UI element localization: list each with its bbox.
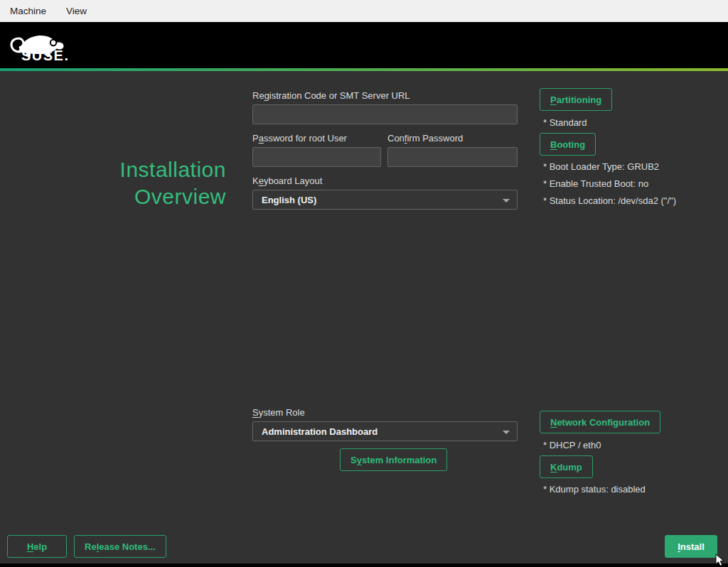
page-title: Installation Overview bbox=[0, 156, 226, 210]
registration-code-label: Registration Code or SMT Server URL bbox=[252, 90, 410, 101]
chevron-down-icon bbox=[503, 199, 510, 202]
menu-view[interactable]: View bbox=[56, 0, 97, 22]
chevron-down-icon bbox=[503, 431, 510, 434]
keyboard-layout-value: English (US) bbox=[262, 195, 316, 205]
boot-loader-type-status: * Boot Loader Type: GRUB2 bbox=[543, 161, 659, 172]
release-notes-button[interactable]: Release Notes... bbox=[74, 535, 166, 558]
network-configuration-button[interactable]: Network Configuration bbox=[540, 411, 660, 433]
help-button[interactable]: Help bbox=[7, 535, 67, 558]
system-role-label: System Role bbox=[252, 407, 305, 418]
trusted-boot-status: * Enable Trusted Boot: no bbox=[543, 178, 648, 189]
keyboard-layout-label: Keyboard Layout bbox=[252, 176, 322, 186]
booting-button[interactable]: Booting bbox=[540, 133, 596, 156]
mouse-cursor-icon bbox=[715, 554, 727, 567]
root-password-input[interactable] bbox=[252, 147, 381, 167]
confirm-password-label: Confirm Password bbox=[387, 133, 463, 144]
root-password-label: Password for root User bbox=[252, 133, 347, 144]
system-role-select[interactable]: Administration Dashboard bbox=[252, 421, 518, 441]
partitioning-status: * Standard bbox=[543, 117, 587, 128]
menu-machine[interactable]: Machine bbox=[0, 0, 56, 22]
registration-code-input[interactable] bbox=[252, 104, 518, 124]
page-title-line2: Overview bbox=[0, 183, 226, 210]
kdump-status: * Kdump status: disabled bbox=[543, 484, 646, 495]
vm-menubar: Machine View bbox=[0, 0, 728, 22]
kdump-button[interactable]: Kdump bbox=[540, 455, 593, 478]
system-information-button[interactable]: System Information bbox=[340, 448, 447, 471]
header-accent-line bbox=[0, 68, 728, 71]
confirm-password-input[interactable] bbox=[387, 147, 518, 167]
boot-status-location: * Status Location: /dev/sda2 ("/") bbox=[543, 195, 676, 206]
suse-banner: SUSE. bbox=[0, 22, 728, 68]
window-bottom-edge bbox=[0, 563, 728, 567]
keyboard-layout-select[interactable]: English (US) bbox=[252, 190, 518, 210]
system-role-value: Administration Dashboard bbox=[262, 426, 378, 437]
suse-logo: SUSE. bbox=[9, 26, 73, 66]
install-button[interactable]: Install bbox=[665, 535, 717, 558]
suse-wordmark: SUSE. bbox=[21, 48, 70, 64]
partitioning-button[interactable]: Partitioning bbox=[540, 88, 612, 111]
page-title-line1: Installation bbox=[0, 156, 226, 183]
network-status: * DHCP / eth0 bbox=[543, 440, 601, 450]
